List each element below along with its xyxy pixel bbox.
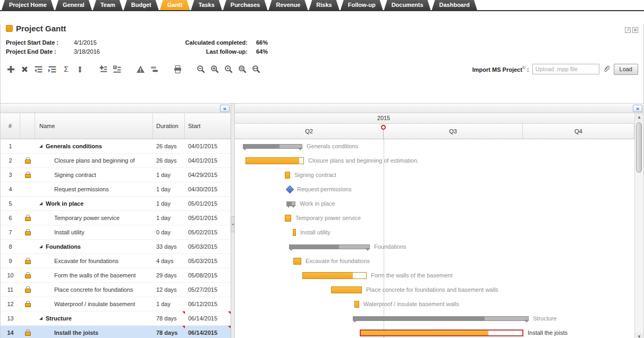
tab-purchases[interactable]: Purchases [223,0,268,10]
gantt-v-scrollbar[interactable]: ▲ ▼ [634,113,643,338]
outdent-task-icon[interactable] [33,64,44,74]
scrollbar-thumb[interactable] [636,122,642,173]
zoom-in-icon[interactable] [210,64,220,74]
column-header-start[interactable]: Start [185,113,231,139]
tab-tasks[interactable]: Tasks [191,0,222,10]
table-row[interactable]: 14Install the joists78 days06/14/2015 [1,326,231,338]
expand-gantt-button[interactable]: » [633,105,642,112]
tab-revenue[interactable]: Revenue [268,0,308,10]
calculated-completed-label: Calculated completed: [163,39,248,46]
zoom-out-icon[interactable] [196,64,206,74]
table-row[interactable]: 2Closure plans and beginning of26 days04… [1,154,231,168]
column-header-name[interactable]: Name [35,113,153,139]
column-header-duration[interactable]: Duration [153,113,185,139]
gantt-bar-label: Closure plans and beginning of estimatio… [308,154,419,168]
popout-widget-icon[interactable] [632,26,638,31]
task-name: Waterproof / insulate basement [54,301,135,307]
scroll-up-arrow[interactable]: ▲ [635,113,643,121]
gantt-task-bar[interactable] [302,272,367,279]
table-row[interactable]: 13Structure78 days06/14/2015 [1,311,231,326]
collapse-table-button[interactable]: « [220,105,230,112]
gantt-row: Closure plans and beginning of estimatio… [235,154,634,168]
gantt-task-bar[interactable] [285,215,291,222]
upload-mpp-input[interactable] [532,64,599,74]
gantt-task-bar[interactable] [331,286,362,293]
expand-caret-icon[interactable] [39,145,43,148]
attachment-icon[interactable] [603,65,611,74]
gantt-task-bar[interactable] [245,157,304,164]
tab-project-home[interactable]: Project Home [2,0,54,10]
scroll-down-arrow[interactable]: ▼ [635,333,643,338]
gantt-milestone[interactable] [286,185,294,194]
gantt-summary-bar[interactable] [286,201,295,206]
table-row[interactable]: 9Excavate for foundations4 days05/03/201… [1,254,231,268]
pane-splitter[interactable]: ◄ [231,104,235,338]
gantt-task-bar[interactable] [293,258,301,265]
tab-gantt[interactable]: Gantt [160,0,190,10]
expand-caret-icon[interactable] [39,202,43,205]
critical-tasks-icon[interactable] [135,64,146,74]
summary-task-icon[interactable]: Σ [61,64,71,74]
lock-cell [20,154,35,167]
gantt-task-bar[interactable] [360,329,523,336]
task-name: Install utility [54,229,84,235]
tab-documents[interactable]: Documents [384,0,431,10]
quarter-q4: Q4 [523,124,634,139]
table-row[interactable]: 7Install utility0 day05/02/2015 [1,225,231,240]
table-row[interactable]: 10Form the walls of the basement29 days0… [1,268,231,283]
gantt-task-bar[interactable] [354,301,359,308]
gantt-summary-bar[interactable] [289,244,370,249]
table-row[interactable]: 1Generals conditions26 days04/01/2015 [1,139,231,154]
move-task-icon[interactable] [75,64,85,74]
table-row[interactable]: 5Work in place1 day05/01/2015 [1,197,231,211]
expand-caret-icon[interactable] [39,245,43,248]
gantt-bar-label: Work in place [300,197,335,211]
tab-follow-up[interactable]: Follow-up [341,0,383,10]
load-button[interactable]: Load [614,64,638,75]
expand-widget-icon[interactable] [625,26,631,31]
task-duration: 12 days [153,283,185,297]
gantt-task-bar[interactable] [293,229,296,236]
gantt-row: Install the joists [235,326,634,338]
task-checklist-icon[interactable] [112,64,122,74]
table-row[interactable]: 11Place concrete for foundations12 days0… [1,283,231,297]
gantt-bar-label: Foundations [374,240,406,254]
gantt-summary-bar[interactable] [243,144,302,149]
task-table-pane: « # Name Duration Start 1Generals condit… [1,104,231,338]
task-progress [303,273,353,278]
gantt-bar-label: Structure [533,311,557,326]
add-task-icon[interactable] [6,64,16,74]
zoom-fit-icon[interactable] [251,64,261,74]
table-row[interactable]: 6Temporary power service1 day05/01/2015 [1,211,231,225]
tab-dashboard[interactable]: Dashboard [432,0,477,10]
row-number: 10 [1,268,20,282]
tab-team[interactable]: Team [93,0,123,10]
splitter-handle[interactable]: ◄ [231,216,235,232]
gantt-summary-bar[interactable] [353,316,529,321]
column-header-number[interactable]: # [1,113,20,139]
table-row[interactable]: 3Signing contract1 day04/29/2015 [1,168,231,182]
task-name-cell: Place concrete for foundations [35,283,153,297]
gantt-task-bar[interactable] [285,172,290,179]
print-icon[interactable] [173,64,183,74]
zoom-day-icon[interactable] [224,64,234,74]
insert-tasks-icon[interactable] [98,64,108,74]
baseline-icon[interactable] [149,64,159,74]
expand-caret-icon[interactable] [39,317,43,320]
scrollbar-track[interactable] [635,121,643,333]
table-row[interactable]: 4Request permissions1 day04/30/2015 [1,182,231,197]
gantt-bar-label: Request permissions [297,182,352,197]
indent-task-icon[interactable] [47,64,57,74]
project-end-date-label: Project End Date : [6,48,65,55]
row-number: 7 [1,225,20,239]
toolbar: Σ Import MS Project© : Load [6,62,638,77]
tab-budget[interactable]: Budget [124,0,159,10]
delete-task-icon[interactable] [20,64,30,74]
lock-cell [20,197,35,210]
tab-risks[interactable]: Risks [309,0,339,10]
quarter-q3: Q3 [384,124,523,139]
zoom-week-icon[interactable] [238,64,248,74]
table-row[interactable]: 12Waterproof / insulate basement1 day06/… [1,297,231,311]
tab-general[interactable]: General [55,0,92,10]
table-row[interactable]: 8Foundations33 days05/03/2015 [1,240,231,254]
